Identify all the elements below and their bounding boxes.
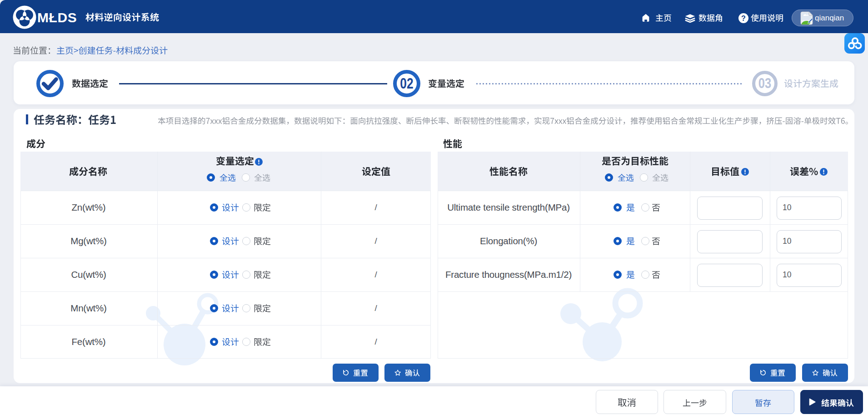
svg-text:?: ? xyxy=(741,15,746,22)
